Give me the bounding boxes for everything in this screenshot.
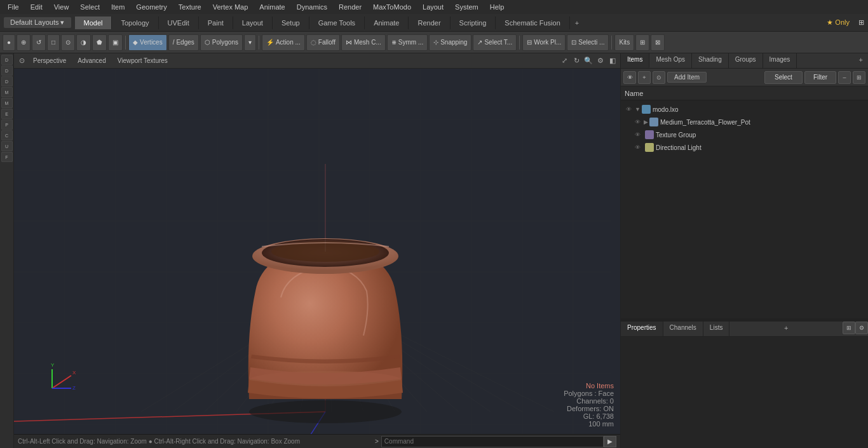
menu-system[interactable]: System	[450, 2, 484, 12]
viewport-move-icon[interactable]: ⤢	[559, 56, 569, 66]
viewport-settings-icon[interactable]: ⚙	[595, 56, 606, 66]
tool-half[interactable]: ◑	[76, 34, 91, 51]
viewport-icon[interactable]: ⊙	[17, 56, 27, 66]
items-tab-images[interactable]: Images	[763, 53, 797, 68]
menu-dynamics[interactable]: Dynamics	[292, 2, 332, 12]
prop-tab-add-button[interactable]: +	[779, 322, 793, 336]
tool-poly[interactable]: ⬟	[92, 34, 107, 51]
viewport-nav-1[interactable]: ⊞	[635, 34, 649, 51]
sidebar-tool-10[interactable]: F	[1, 152, 13, 162]
viewport-lock-icon[interactable]: ◧	[607, 56, 618, 66]
tab-render[interactable]: Render	[409, 17, 450, 29]
items-list[interactable]: 👁 ▼ modo.lxo 👁 ▶ Medium_Terracotta_Flowe…	[621, 100, 868, 318]
viewport-zoom-icon[interactable]: 🔍	[583, 56, 593, 66]
perspective-button[interactable]: Perspective	[28, 56, 71, 65]
action-button[interactable]: ⚡ Action ...	[262, 34, 305, 51]
mode-edges[interactable]: / Edges	[168, 34, 199, 51]
viewport-canvas[interactable]: X Y Z No Items Polygons : Face Channels:…	[14, 69, 620, 434]
sidebar-tool-3[interactable]: D	[1, 76, 13, 86]
viewport-nav-2[interactable]: ⊠	[651, 34, 665, 51]
snapping-button[interactable]: ⊹ Snapping	[429, 34, 471, 51]
sidebar-tool-6[interactable]: E	[1, 109, 13, 119]
tool-crosshair[interactable]: ⊕	[17, 34, 31, 51]
advanced-button[interactable]: Advanced	[72, 56, 111, 65]
item-row-modo-lxo[interactable]: 👁 ▼ modo.lxo	[621, 103, 868, 116]
viewport-textures-button[interactable]: Viewport Textures	[112, 56, 173, 65]
item-eye-texture[interactable]: 👁	[632, 130, 642, 140]
item-arrow-terracotta[interactable]: ▶	[644, 119, 648, 125]
item-eye-terracotta[interactable]: 👁	[632, 117, 642, 127]
tab-layout[interactable]: Layout	[233, 17, 273, 29]
kits-button[interactable]: Kits	[614, 34, 634, 51]
menu-animate[interactable]: Animate	[254, 2, 290, 12]
items-select-button[interactable]: Select	[764, 71, 803, 84]
items-expand-btn[interactable]: ⊞	[853, 71, 865, 84]
tab-model[interactable]: Model	[75, 17, 112, 29]
menu-edit[interactable]: Edit	[25, 2, 48, 12]
sidebar-tool-7[interactable]: P	[1, 119, 13, 130]
item-row-directional-light[interactable]: 👁 Directional Light	[630, 141, 868, 154]
menu-texture[interactable]: Texture	[173, 2, 207, 12]
items-tab-shading[interactable]: Shading	[692, 53, 729, 68]
menu-item[interactable]: Item	[106, 2, 130, 12]
star-only-button[interactable]: ★ Only	[822, 17, 855, 28]
menu-view[interactable]: View	[49, 2, 74, 12]
tab-uvedit[interactable]: UVEdit	[159, 17, 199, 29]
item-row-texture-group[interactable]: 👁 Texture Group	[630, 128, 868, 141]
item-eye-light[interactable]: 👁	[632, 142, 642, 153]
item-row-terracotta[interactable]: 👁 ▶ Medium_Terracotta_Flower_Pot	[630, 116, 868, 128]
tab-paint[interactable]: Paint	[199, 17, 233, 29]
select-tool-button[interactable]: ↗ Select T...	[473, 34, 517, 51]
menu-layout[interactable]: Layout	[417, 2, 449, 12]
properties-expand-button[interactable]: ⊞	[843, 322, 855, 334]
menu-select[interactable]: Select	[75, 2, 105, 12]
sidebar-tool-2[interactable]: D	[1, 65, 13, 76]
add-layout-button[interactable]: +	[570, 17, 584, 29]
item-expand-arrow[interactable]: ▼	[635, 106, 641, 112]
tab-animate[interactable]: Animate	[365, 17, 409, 29]
symmetry-button[interactable]: ⧻ Symm ...	[387, 34, 428, 51]
items-tab-items[interactable]: Items	[621, 53, 649, 68]
tab-game-tools[interactable]: Game Tools	[309, 17, 365, 29]
falloff-button[interactable]: ◌ Falloff	[306, 34, 340, 51]
command-input[interactable]	[381, 436, 604, 447]
mode-vertices[interactable]: ◆ Vertices	[128, 34, 167, 51]
tab-topology[interactable]: Topology	[112, 17, 158, 29]
sidebar-tool-4[interactable]: M	[1, 87, 13, 97]
command-submit-button[interactable]: ▶	[604, 436, 616, 447]
mode-dropdown[interactable]: ▾	[244, 34, 256, 51]
expand-layouts-button[interactable]: ⊞	[855, 17, 868, 28]
viewport-rotate-icon[interactable]: ↻	[571, 56, 581, 66]
menu-help[interactable]: Help	[485, 2, 510, 12]
menu-vertex-map[interactable]: Vertex Map	[208, 2, 254, 12]
menu-geometry[interactable]: Geometry	[131, 2, 172, 12]
work-plane-button[interactable]: ⊟ Work Pl...	[522, 34, 566, 51]
items-tab-mesh-ops[interactable]: Mesh Ops	[649, 53, 692, 68]
items-add-button[interactable]: +	[638, 71, 651, 84]
tool-rotate[interactable]: ↺	[32, 34, 46, 51]
selection-button[interactable]: ⊡ Selecti ...	[567, 34, 609, 51]
items-tab-groups[interactable]: Groups	[729, 53, 763, 68]
item-eye-modo[interactable]: 👁	[623, 104, 634, 114]
properties-settings-button[interactable]: ⚙	[855, 322, 868, 334]
tool-box-select[interactable]: □	[47, 34, 60, 51]
sidebar-tool-8[interactable]: C	[1, 130, 13, 140]
menu-file[interactable]: File	[3, 2, 24, 12]
items-eye-button[interactable]: 👁	[623, 71, 636, 84]
mode-polygons[interactable]: ⬡ Polygons	[200, 34, 243, 51]
menu-maxtomodo[interactable]: MaxToModo	[368, 2, 416, 12]
sidebar-tool-9[interactable]: U	[1, 141, 13, 151]
tab-setup[interactable]: Setup	[273, 17, 309, 29]
items-collapse-btn[interactable]: –	[838, 71, 851, 84]
mesh-constraint-button[interactable]: ⋈ Mesh C...	[341, 34, 386, 51]
sidebar-tool-5[interactable]: M	[1, 98, 13, 108]
prop-tab-properties[interactable]: Properties	[621, 322, 663, 336]
items-folder-button[interactable]: ⊙	[653, 71, 665, 84]
menu-render[interactable]: Render	[334, 2, 367, 12]
tool-lasso[interactable]: ⊙	[61, 34, 75, 51]
tab-scripting[interactable]: Scripting	[451, 17, 496, 29]
tool-pointer[interactable]: ●	[3, 34, 15, 51]
items-filter-btn[interactable]: Filter	[804, 71, 836, 84]
prop-tab-lists[interactable]: Lists	[703, 322, 730, 336]
default-layouts-dropdown[interactable]: Default Layouts ▾	[4, 17, 71, 28]
